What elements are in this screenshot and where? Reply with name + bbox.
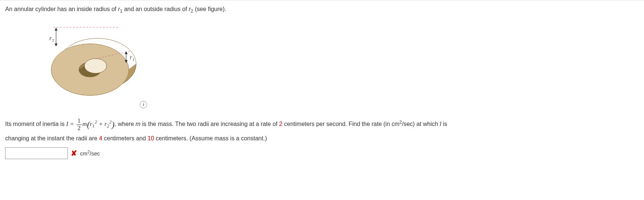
answer-input[interactable] — [5, 147, 68, 159]
intro-line: An annular cylinder has an inside radius… — [5, 5, 639, 14]
r1-value: 4 — [99, 135, 102, 141]
r1-sub: 1 — [120, 8, 122, 14]
svg-marker-13 — [125, 51, 128, 54]
figure: r 2 r 1 i — [35, 22, 153, 114]
answer-row: ✘ cm2/sec — [5, 147, 639, 159]
svg-text:r: r — [130, 54, 132, 60]
incorrect-icon: ✘ — [71, 150, 77, 157]
intro-text-2: and an outside radius of — [122, 6, 189, 12]
intro-text-3: (see figure). — [193, 6, 226, 12]
svg-marker-2 — [55, 28, 58, 31]
svg-text:2: 2 — [52, 38, 54, 42]
rate-value: 2 — [279, 121, 283, 127]
svg-marker-3 — [55, 43, 58, 46]
annular-cylinder-svg: r 2 r 1 — [35, 22, 153, 114]
question-text: Its moment of inertia is I = 12m(r12 + r… — [5, 117, 639, 143]
svg-text:r: r — [49, 35, 52, 41]
answer-unit: cm2/sec — [80, 150, 100, 157]
r2-value: 10 — [148, 135, 154, 141]
fraction-half: 12 — [76, 117, 82, 131]
svg-point-10 — [84, 59, 107, 73]
r2-sub: 2 — [191, 8, 193, 14]
svg-text:1: 1 — [132, 57, 135, 62]
intro-text: An annular cylinder has an inside radius… — [5, 6, 118, 12]
